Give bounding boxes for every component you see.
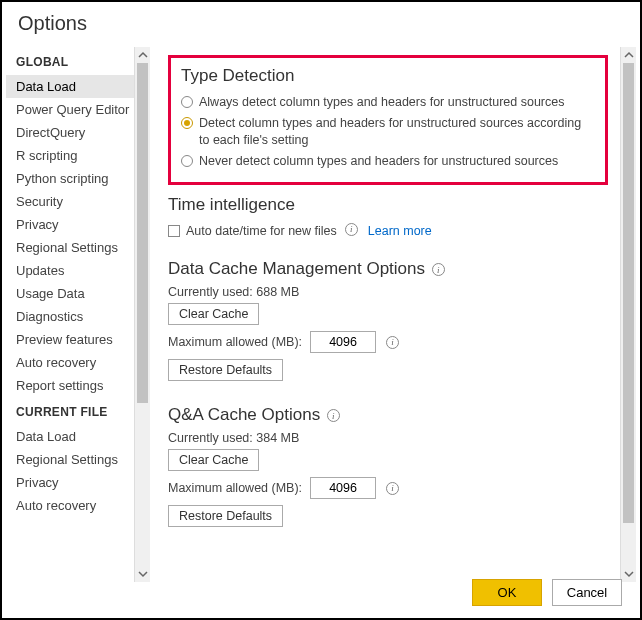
cancel-button[interactable]: Cancel bbox=[552, 579, 622, 606]
sidebar-item-global-data-load[interactable]: Data Load bbox=[6, 75, 150, 98]
sidebar-scrollbar[interactable] bbox=[134, 47, 150, 582]
data-cache-section: Data Cache Management Options Currently … bbox=[168, 259, 608, 387]
sidebar-item-power-query-editor[interactable]: Power Query Editor bbox=[6, 98, 150, 121]
window-title: Options bbox=[2, 2, 640, 47]
type-detection-section: Type Detection Always detect column type… bbox=[168, 55, 608, 185]
dialog-footer: OK Cancel bbox=[472, 579, 622, 606]
info-icon[interactable] bbox=[345, 223, 358, 236]
data-cache-title: Data Cache Management Options bbox=[168, 259, 608, 279]
clear-qa-cache-button[interactable]: Clear Cache bbox=[168, 449, 259, 471]
sidebar-item-cf-data-load[interactable]: Data Load bbox=[6, 425, 150, 448]
sidebar-item-regional-settings[interactable]: Regional Settings bbox=[6, 236, 150, 259]
ok-button[interactable]: OK bbox=[472, 579, 542, 606]
sidebar-item-security[interactable]: Security bbox=[6, 190, 150, 213]
section-header-global: GLOBAL bbox=[6, 47, 150, 75]
sidebar-item-r-scripting[interactable]: R scripting bbox=[6, 144, 150, 167]
scroll-thumb[interactable] bbox=[623, 63, 634, 523]
qa-cache-max-label: Maximum allowed (MB): bbox=[168, 481, 302, 495]
sidebar-item-updates[interactable]: Updates bbox=[6, 259, 150, 282]
sidebar-item-privacy[interactable]: Privacy bbox=[6, 213, 150, 236]
sidebar-item-cf-privacy[interactable]: Privacy bbox=[6, 471, 150, 494]
sidebar-item-report-settings[interactable]: Report settings bbox=[6, 374, 150, 397]
sidebar-item-usage-data[interactable]: Usage Data bbox=[6, 282, 150, 305]
options-sidebar: GLOBAL Data Load Power Query Editor Dire… bbox=[2, 47, 150, 582]
type-detection-title: Type Detection bbox=[181, 66, 595, 86]
qa-cache-max-input[interactable] bbox=[310, 477, 376, 499]
qa-cache-title: Q&A Cache Options bbox=[168, 405, 608, 425]
radio-option-always-detect[interactable]: Always detect column types and headers f… bbox=[181, 92, 595, 113]
sidebar-item-directquery[interactable]: DirectQuery bbox=[6, 121, 150, 144]
sidebar-item-cf-regional-settings[interactable]: Regional Settings bbox=[6, 448, 150, 471]
radio-label: Detect column types and headers for unst… bbox=[199, 115, 595, 149]
restore-data-cache-defaults-button[interactable]: Restore Defaults bbox=[168, 359, 283, 381]
info-icon[interactable] bbox=[327, 409, 340, 422]
auto-date-time-label: Auto date/time for new files bbox=[186, 223, 337, 240]
radio-icon bbox=[181, 96, 193, 108]
qa-cache-used: Currently used: 384 MB bbox=[168, 431, 608, 445]
section-header-current-file: CURRENT FILE bbox=[6, 397, 150, 425]
radio-option-detect-per-file[interactable]: Detect column types and headers for unst… bbox=[181, 113, 595, 151]
data-cache-max-label: Maximum allowed (MB): bbox=[168, 335, 302, 349]
sidebar-item-cf-auto-recovery[interactable]: Auto recovery bbox=[6, 494, 150, 517]
restore-qa-cache-defaults-button[interactable]: Restore Defaults bbox=[168, 505, 283, 527]
qa-cache-section: Q&A Cache Options Currently used: 384 MB… bbox=[168, 405, 608, 533]
info-icon[interactable] bbox=[386, 482, 399, 495]
content-scrollbar[interactable] bbox=[620, 47, 636, 582]
chevron-down-icon[interactable] bbox=[621, 566, 637, 582]
chevron-up-icon[interactable] bbox=[621, 47, 637, 63]
scroll-thumb[interactable] bbox=[137, 63, 148, 403]
auto-date-time-checkbox[interactable] bbox=[168, 225, 180, 237]
learn-more-link[interactable]: Learn more bbox=[368, 223, 432, 240]
sidebar-item-preview-features[interactable]: Preview features bbox=[6, 328, 150, 351]
sidebar-item-diagnostics[interactable]: Diagnostics bbox=[6, 305, 150, 328]
sidebar-item-auto-recovery[interactable]: Auto recovery bbox=[6, 351, 150, 374]
time-intelligence-title: Time intelligence bbox=[168, 195, 608, 215]
data-cache-used: Currently used: 688 MB bbox=[168, 285, 608, 299]
radio-option-never-detect[interactable]: Never detect column types and headers fo… bbox=[181, 151, 595, 172]
clear-data-cache-button[interactable]: Clear Cache bbox=[168, 303, 259, 325]
radio-icon bbox=[181, 117, 193, 129]
chevron-up-icon[interactable] bbox=[135, 47, 151, 63]
radio-icon bbox=[181, 155, 193, 167]
chevron-down-icon[interactable] bbox=[135, 566, 151, 582]
radio-label: Never detect column types and headers fo… bbox=[199, 153, 558, 170]
time-intelligence-section: Time intelligence Auto date/time for new… bbox=[168, 195, 608, 242]
radio-label: Always detect column types and headers f… bbox=[199, 94, 564, 111]
options-content: Type Detection Always detect column type… bbox=[150, 47, 640, 582]
info-icon[interactable] bbox=[432, 263, 445, 276]
data-cache-max-input[interactable] bbox=[310, 331, 376, 353]
info-icon[interactable] bbox=[386, 336, 399, 349]
sidebar-item-python-scripting[interactable]: Python scripting bbox=[6, 167, 150, 190]
